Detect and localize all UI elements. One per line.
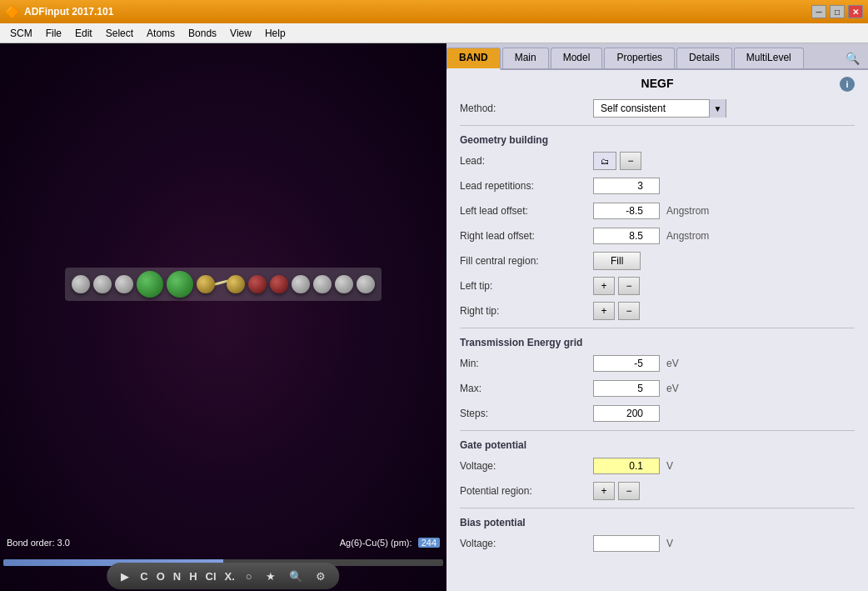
right-lead-offset-control: Angstrom bbox=[593, 228, 855, 244]
main-layout: Bond order: 3.0 Ag(6)-Cu(5) (pm): 244 ▶ … bbox=[0, 43, 868, 591]
right-tip-minus-button[interactable]: − bbox=[618, 302, 640, 320]
lead-control: 🗂 − bbox=[593, 152, 855, 170]
steps-input[interactable] bbox=[593, 405, 660, 422]
right-panel: BAND Main Model Properties Details Multi… bbox=[446, 43, 868, 591]
gate-voltage-control: V bbox=[593, 458, 855, 474]
divider-3 bbox=[460, 430, 855, 431]
menu-file[interactable]: File bbox=[39, 26, 68, 41]
element-n-button[interactable]: N bbox=[173, 570, 181, 583]
atom-gray-2[interactable] bbox=[93, 275, 112, 293]
left-tip-plus-button[interactable]: + bbox=[593, 277, 615, 295]
left-tip-label: Left tip: bbox=[460, 280, 593, 292]
atom-green-2[interactable] bbox=[167, 271, 193, 298]
close-button[interactable]: ✕ bbox=[848, 5, 863, 18]
left-lead-offset-input[interactable] bbox=[593, 203, 660, 219]
minimize-button[interactable]: ─ bbox=[811, 5, 826, 18]
left-lead-offset-control: Angstrom bbox=[593, 203, 855, 219]
atom-gold-2[interactable] bbox=[227, 275, 245, 293]
min-row: Min: eV bbox=[460, 353, 855, 373]
titlebar-left: 🔶 ADFinput 2017.101 bbox=[5, 5, 113, 18]
atom-gray-7[interactable] bbox=[357, 275, 375, 293]
tab-search-icon[interactable]: 🔍 bbox=[837, 48, 868, 68]
lead-folder-button[interactable]: 🗂 bbox=[593, 152, 616, 170]
atom-darkred-1[interactable] bbox=[248, 275, 267, 293]
search-tool-button[interactable]: 🔍 bbox=[287, 568, 305, 584]
tab-main[interactable]: Main bbox=[502, 48, 549, 68]
bias-voltage-control: V bbox=[593, 535, 855, 552]
menu-bonds[interactable]: Bonds bbox=[182, 26, 223, 41]
right-lead-offset-row: Right lead offset: Angstrom bbox=[460, 226, 855, 246]
steps-label: Steps: bbox=[460, 408, 593, 419]
titlebar: 🔶 ADFinput 2017.101 ─ □ ✕ bbox=[0, 0, 868, 23]
geometry-section-header: Geometry building bbox=[460, 134, 855, 146]
menu-select[interactable]: Select bbox=[99, 26, 140, 41]
atom-pair-value: 244 bbox=[418, 538, 440, 548]
max-label: Max: bbox=[460, 383, 593, 394]
bias-voltage-input[interactable] bbox=[593, 535, 660, 552]
menu-scm[interactable]: SCM bbox=[3, 26, 39, 41]
tab-details[interactable]: Details bbox=[676, 48, 732, 68]
right-lead-offset-input[interactable] bbox=[593, 228, 660, 244]
transmission-section-header: Transmission Energy grid bbox=[460, 337, 855, 348]
potential-region-plus-button[interactable]: + bbox=[593, 482, 615, 500]
potential-region-label: Potential region: bbox=[460, 485, 593, 497]
play-button[interactable]: ▶ bbox=[118, 568, 132, 584]
element-c-button[interactable]: C bbox=[140, 570, 147, 583]
lead-repetitions-label: Lead repetitions: bbox=[460, 180, 593, 192]
app-icon: 🔶 bbox=[5, 5, 19, 18]
bias-section-header: Bias potential bbox=[460, 517, 855, 528]
right-tip-plus-button[interactable]: + bbox=[593, 302, 615, 320]
app-title: ADFinput 2017.101 bbox=[24, 6, 113, 18]
left-lead-offset-label: Left lead offset: bbox=[460, 205, 593, 217]
atom-gray-6[interactable] bbox=[335, 275, 353, 293]
lead-row: Lead: 🗂 − bbox=[460, 151, 855, 171]
divider-2 bbox=[460, 328, 855, 328]
left-tip-minus-button[interactable]: − bbox=[618, 277, 640, 295]
method-dropdown-arrow[interactable]: ▼ bbox=[709, 99, 726, 118]
atom-gold-1[interactable] bbox=[197, 275, 215, 293]
menu-edit[interactable]: Edit bbox=[68, 26, 99, 41]
gate-voltage-input[interactable] bbox=[593, 458, 660, 474]
left-lead-offset-row: Left lead offset: Angstrom bbox=[460, 201, 855, 221]
element-cl-button[interactable]: Cl bbox=[206, 570, 217, 583]
tab-multilevel[interactable]: MultiLevel bbox=[734, 48, 804, 68]
tabs-bar: BAND Main Model Properties Details Multi… bbox=[446, 43, 868, 70]
info-icon[interactable]: i bbox=[840, 77, 855, 92]
steps-control bbox=[593, 405, 855, 422]
atom-gray-4[interactable] bbox=[292, 275, 310, 293]
gate-section-header: Gate potential bbox=[460, 439, 855, 451]
method-dropdown[interactable]: Self consistent ▼ bbox=[593, 99, 726, 118]
atom-green-1[interactable] bbox=[137, 271, 163, 298]
atom-darkred-2[interactable] bbox=[270, 275, 288, 293]
left-tip-row: Left tip: + − bbox=[460, 276, 855, 296]
max-input[interactable] bbox=[593, 380, 660, 397]
menu-atoms[interactable]: Atoms bbox=[140, 26, 182, 41]
left-tip-control: + − bbox=[593, 277, 855, 295]
element-o-button[interactable]: O bbox=[157, 570, 165, 583]
menu-help[interactable]: Help bbox=[258, 26, 292, 41]
menubar: SCM File Edit Select Atoms Bonds View He… bbox=[0, 23, 868, 43]
maximize-button[interactable]: □ bbox=[830, 5, 845, 18]
min-unit: eV bbox=[666, 358, 679, 369]
element-h-button[interactable]: H bbox=[189, 570, 197, 583]
max-control: eV bbox=[593, 380, 855, 397]
ring-button[interactable]: ○ bbox=[243, 568, 255, 584]
atom-gray-5[interactable] bbox=[313, 275, 332, 293]
atom-gray-3[interactable] bbox=[115, 275, 133, 293]
bond-order-display: Bond order: 3.0 bbox=[7, 538, 70, 548]
min-input[interactable] bbox=[593, 355, 660, 372]
menu-view[interactable]: View bbox=[223, 26, 258, 41]
atom-pair-label: Ag(6)-Cu(5) (pm): bbox=[340, 538, 412, 548]
element-x-button[interactable]: X. bbox=[225, 570, 235, 583]
potential-region-minus-button[interactable]: − bbox=[618, 482, 640, 500]
tab-properties[interactable]: Properties bbox=[604, 48, 675, 68]
atom-gray-1[interactable] bbox=[72, 275, 90, 293]
tab-model[interactable]: Model bbox=[551, 48, 603, 68]
fill-button[interactable]: Fill bbox=[593, 252, 641, 270]
lead-repetitions-control bbox=[593, 178, 855, 194]
lead-repetitions-input[interactable] bbox=[593, 178, 660, 194]
settings-button[interactable]: ⚙ bbox=[313, 568, 328, 584]
tab-band[interactable]: BAND bbox=[446, 48, 501, 70]
star-button[interactable]: ★ bbox=[263, 568, 278, 584]
lead-minus-button[interactable]: − bbox=[620, 152, 641, 170]
